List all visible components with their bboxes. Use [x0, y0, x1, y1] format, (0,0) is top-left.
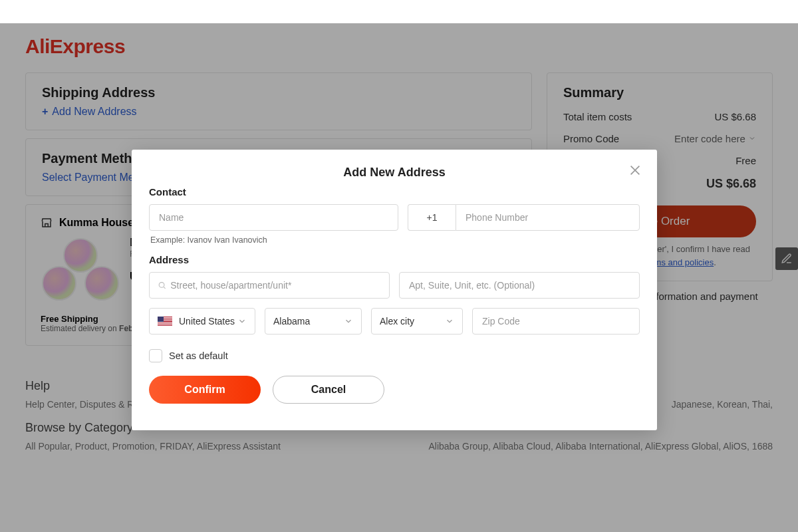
modal-title: Add New Address [149, 166, 640, 180]
zip-input-wrapper [472, 308, 640, 334]
phone-input[interactable] [464, 211, 631, 223]
close-button[interactable] [628, 163, 642, 180]
city-select[interactable]: Alex city [371, 308, 463, 334]
svg-line-3 [164, 287, 165, 289]
us-flag-icon [158, 317, 172, 326]
country-select[interactable]: United States [149, 308, 255, 334]
city-value: Alex city [380, 316, 414, 327]
set-default-checkbox[interactable] [149, 349, 162, 362]
zip-input[interactable] [481, 315, 631, 327]
add-address-modal: Add New Address Contact +1 Example: Ivan… [132, 150, 657, 430]
street-input-wrapper [149, 272, 390, 299]
apt-input-wrapper [399, 272, 640, 299]
chevron-down-icon [237, 317, 247, 326]
country-value: United States [179, 316, 235, 327]
state-value: Alabama [273, 316, 310, 327]
street-input[interactable] [169, 279, 381, 291]
confirm-button[interactable]: Confirm [149, 376, 261, 404]
state-select[interactable]: Alabama [265, 308, 362, 334]
cancel-button[interactable]: Cancel [273, 376, 384, 404]
contact-label: Contact [149, 186, 640, 198]
chevron-down-icon [445, 317, 454, 326]
close-icon [628, 163, 642, 178]
name-input-wrapper [149, 204, 398, 231]
svg-point-2 [159, 283, 164, 288]
address-label: Address [149, 254, 640, 265]
name-hint: Example: Ivanov Ivan Ivanovich [150, 235, 638, 245]
set-default-label: Set as default [169, 350, 228, 361]
search-icon [158, 281, 166, 290]
chevron-down-icon [344, 317, 353, 326]
country-code-box[interactable]: +1 [408, 204, 456, 231]
phone-input-wrapper [456, 204, 640, 231]
apt-input[interactable] [408, 279, 631, 291]
name-input[interactable] [158, 211, 390, 223]
